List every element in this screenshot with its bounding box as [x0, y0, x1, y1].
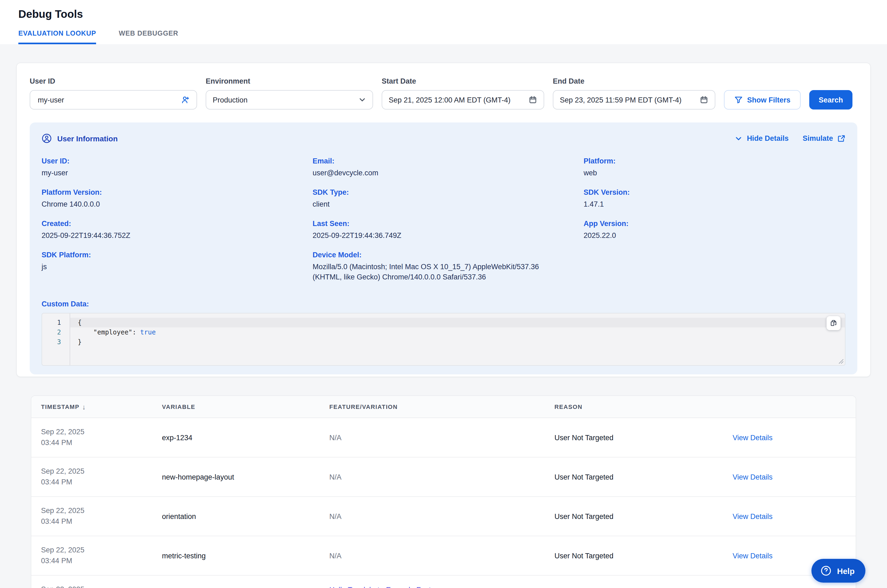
filter-funnel-icon: [734, 96, 743, 104]
end-date-value: Sep 23, 2025 11:59 PM EDT (GMT-4): [560, 96, 695, 104]
end-date-input[interactable]: Sep 23, 2025 11:59 PM EDT (GMT-4): [553, 90, 715, 110]
help-label: Help: [837, 566, 855, 575]
environment-label: Environment: [206, 77, 373, 86]
code-line-numbers: 123: [42, 314, 70, 365]
start-date-field: Start Date Sep 21, 2025 12:00 AM EDT (GM…: [382, 77, 544, 110]
table-header-row: TIMESTAMP ↓ VARIABLE FEATURE/VARIATION R…: [31, 396, 856, 418]
question-circle-icon: [820, 565, 832, 577]
hide-details-label: Hide Details: [747, 134, 789, 142]
action-cell: View Details: [732, 433, 856, 442]
copy-button[interactable]: [827, 316, 840, 330]
user-id-input[interactable]: [37, 95, 176, 104]
environment-field: Environment Production: [206, 77, 373, 110]
user-info-pair: Device Model:Mozilla/5.0 (Macintosh; Int…: [313, 250, 583, 282]
user-info-pair: SDK Version:1.47.1: [583, 188, 845, 209]
panel-actions: Hide Details Simulate: [735, 134, 845, 142]
user-info-grid: User ID:my-userPlatform Version:Chrome 1…: [42, 156, 845, 292]
table-header-feature-variation: FEATURE/VARIATION: [329, 404, 555, 410]
table-header-timestamp[interactable]: TIMESTAMP ↓: [31, 403, 162, 411]
user-info-pair: Platform Version:Chrome 140.0.0.0: [42, 188, 313, 209]
code-line: {: [78, 318, 845, 327]
search-label: Search: [819, 96, 843, 104]
hide-details-link[interactable]: Hide Details: [735, 134, 789, 142]
view-details-link[interactable]: View Details: [732, 552, 773, 560]
chevron-down-icon: [358, 96, 366, 104]
custom-data-editor[interactable]: 123 { "employee": true}: [42, 313, 845, 366]
timestamp-cell: Sep 22, 202503:44 PM: [31, 427, 162, 448]
user-id-label: User ID: [30, 77, 197, 86]
user-info-pair: App Version:2025.22.0: [583, 219, 845, 241]
start-date-input[interactable]: Sep 21, 2025 12:00 AM EDT (GMT-4): [382, 90, 544, 110]
feature-variation-cell: N/A: [329, 473, 555, 481]
debug-tools-page: Debug Tools EVALUATION LOOKUP WEB DEBUGG…: [0, 0, 887, 588]
chevron-down-icon: [735, 135, 743, 142]
line-number: 3: [42, 337, 61, 347]
view-details-link[interactable]: View Details: [732, 513, 773, 520]
evaluations-table: TIMESTAMP ↓ VARIABLE FEATURE/VARIATION R…: [31, 395, 856, 588]
filter-row: User ID Environment: [30, 77, 857, 110]
table-row: Sep 22, 202503:44 PMtogglebot-speedHello…: [31, 576, 856, 588]
user-information-title: User Information: [57, 134, 118, 142]
simulate-label: Simulate: [803, 134, 833, 142]
user-info-field-label: Created:: [42, 219, 296, 228]
reason-cell: User Not Targeted: [555, 434, 732, 441]
user-info-pair: User ID:my-user: [42, 156, 313, 178]
timestamp-cell: Sep 22, 202503:44 PM: [31, 466, 162, 488]
user-info-field-value: web: [583, 168, 829, 178]
calendar-icon: [700, 96, 708, 104]
page-title: Debug Tools: [18, 7, 869, 21]
search-button[interactable]: Search: [809, 90, 852, 110]
reason-cell: User Not Targeted: [555, 512, 732, 520]
user-info-field-value: Mozilla/5.0 (Macintosh; Intel Mac OS X 1…: [313, 262, 567, 282]
user-info-field-value: my-user: [42, 168, 296, 178]
user-info-field-label: SDK Platform:: [42, 250, 296, 260]
variable-cell: metric-testing: [162, 552, 329, 560]
view-details-link[interactable]: View Details: [732, 434, 773, 442]
user-info-pair: Last Seen:2025-09-22T19:44:36.749Z: [313, 219, 583, 241]
feature-variation-cell: N/A: [329, 434, 555, 441]
environment-select[interactable]: Production: [206, 90, 373, 110]
view-details-link[interactable]: View Details: [732, 473, 773, 481]
tab-web-debugger[interactable]: WEB DEBUGGER: [119, 29, 179, 44]
user-info-field-label: SDK Type:: [313, 188, 567, 197]
table-header-reason: REASON: [555, 404, 732, 410]
feature-link[interactable]: Hello Togglebot - Example Feature: [329, 586, 555, 588]
calendar-icon: [529, 96, 537, 104]
person-add-icon[interactable]: [181, 95, 190, 104]
environment-selected-value: Production: [213, 96, 354, 104]
timestamp-header-label: TIMESTAMP: [41, 404, 80, 410]
start-date-value: Sep 21, 2025 12:00 AM EDT (GMT-4): [389, 96, 524, 104]
code-content: { "employee": true}: [70, 314, 845, 365]
user-info-pair: SDK Platform:js: [42, 250, 313, 272]
code-line: "employee": true: [78, 327, 845, 337]
feature-variation-cell: N/A: [329, 552, 555, 560]
user-info-pair: Created:2025-09-22T19:44:36.752Z: [42, 219, 313, 241]
help-button[interactable]: Help: [812, 559, 865, 583]
simulate-link[interactable]: Simulate: [803, 134, 845, 142]
user-info-pair: Email:user@devcycle.com: [313, 156, 583, 178]
timestamp-cell: Sep 22, 202503:44 PM: [31, 506, 162, 527]
table-header-variable: VARIABLE: [162, 404, 329, 410]
user-info-pair: SDK Type:client: [313, 188, 583, 209]
resize-handle[interactable]: [838, 358, 844, 364]
user-info-field-value: user@devcycle.com: [313, 168, 567, 178]
user-information-heading: User Information: [42, 133, 118, 144]
table-row: Sep 22, 202503:44 PMorientationN/AUser N…: [31, 497, 856, 536]
user-info-column-1: User ID:my-userPlatform Version:Chrome 1…: [42, 156, 313, 292]
feature-variation-cell: Hello Togglebot - Example Feature: [329, 586, 555, 588]
tab-evaluation-lookup[interactable]: EVALUATION LOOKUP: [18, 29, 96, 44]
end-date-label: End Date: [553, 77, 715, 86]
show-filters-button[interactable]: Show Filters: [724, 90, 801, 110]
user-info-field-label: App Version:: [583, 219, 829, 228]
reason-cell: User Not Targeted: [555, 552, 732, 560]
feature-variation-cell: N/A: [329, 512, 555, 520]
user-info-field-value: Chrome 140.0.0.0: [42, 199, 296, 209]
line-number: 2: [42, 327, 61, 337]
user-info-field-value: 2025-09-22T19:44:36.752Z: [42, 230, 296, 241]
user-info-column-3: Platform:webSDK Version:1.47.1App Versio…: [583, 156, 845, 292]
reason-header-label: REASON: [555, 404, 582, 410]
user-info-column-2: Email:user@devcycle.comSDK Type:clientLa…: [313, 156, 583, 292]
content-area: User ID Environment: [0, 44, 887, 588]
user-info-field-value: client: [313, 199, 567, 209]
end-date-field: End Date Sep 23, 2025 11:59 PM EDT (GMT-…: [553, 77, 715, 110]
